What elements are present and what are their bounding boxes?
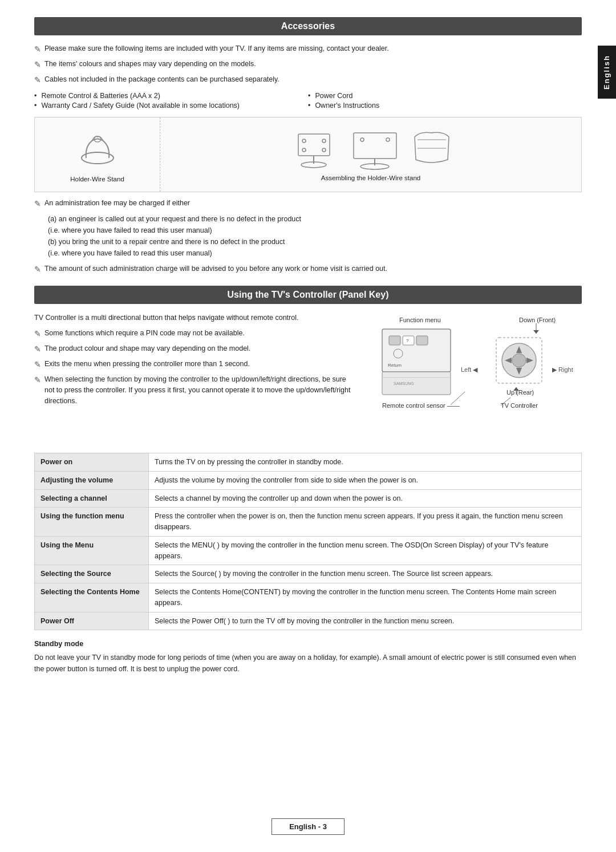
img-right: Assembling the Holder-Wire stand	[160, 117, 581, 192]
standby-section: Standby mode Do not leave your TV in sta…	[34, 638, 582, 675]
table-desc: Selects the Power Off( ) to turn the TV …	[149, 612, 582, 630]
panel-note-4: ✎ When selecting the function by moving …	[34, 374, 354, 406]
img-left: Holder-Wire Stand	[35, 117, 160, 192]
table-desc: Selects the Source( ) by moving the cont…	[149, 565, 582, 583]
table-key: Power on	[35, 453, 149, 472]
accessories-note-2: ✎ The items' colours and shapes may vary…	[34, 59, 582, 71]
panel-key-section: Using the TV's Controller (Panel Key) TV…	[34, 286, 582, 675]
table-desc: Adjusts the volume by moving the control…	[149, 471, 582, 489]
panel-note-icon-3: ✎	[34, 359, 41, 371]
table-row: Selecting the Contents HomeSelects the C…	[35, 583, 582, 612]
panel-note-icon-1: ✎	[34, 328, 41, 340]
panel-text: TV Controller is a multi directional but…	[34, 312, 354, 445]
bullets-right: Power Cord Owner's Instructions	[308, 92, 582, 111]
panel-diagram: Function menu Down (Front) ? Return	[365, 312, 582, 445]
footer: English - 3	[0, 818, 616, 835]
svg-rect-9	[354, 133, 396, 159]
panel-description: TV Controller is a multi directional but…	[34, 312, 354, 323]
table-key: Power Off	[35, 612, 149, 630]
table-desc: Selects a channel by moving the controll…	[149, 489, 582, 508]
admin-sub-1: (a) an engineer is called out at your re…	[48, 213, 582, 225]
svg-text:SAMSUNG: SAMSUNG	[394, 382, 414, 386]
side-tab: English	[598, 46, 616, 99]
svg-point-6	[322, 139, 326, 143]
svg-marker-17	[533, 330, 539, 334]
panel-note-3: ✎ Exits the menu when pressing the contr…	[34, 359, 354, 371]
note-icon-2: ✎	[34, 59, 41, 71]
panel-note-2: ✎ The product colour and shape may vary …	[34, 343, 354, 355]
stand-img-3	[409, 128, 455, 171]
panel-note-icon-2: ✎	[34, 343, 41, 355]
remote-sensor-label: Remote control sensor ——	[382, 402, 460, 409]
accessories-note-3: ✎ Cables not included in the package con…	[34, 74, 582, 86]
img-left-caption: Holder-Wire Stand	[70, 176, 124, 182]
table-row: Using the MenuSelects the MENU( ) by mov…	[35, 536, 582, 565]
table-desc: Selects the MENU( ) by moving the contro…	[149, 536, 582, 565]
admin-sub-2: (i.e. where you have failed to read this…	[48, 225, 582, 236]
admin-note-icon-2: ✎	[34, 263, 41, 275]
svg-text:Return: Return	[388, 363, 402, 368]
table-key: Selecting a channel	[35, 489, 149, 508]
function-menu-label: Function menu	[399, 317, 441, 323]
bullet-item-1: Warranty Card / Safety Guide (Not availa…	[34, 102, 308, 109]
table-desc: Turns the TV on by pressing the controll…	[149, 453, 582, 472]
table-key: Using the function menu	[35, 508, 149, 537]
table-row: Selecting the SourceSelects the Source( …	[35, 565, 582, 583]
table-key: Selecting the Contents Home	[35, 583, 149, 612]
table-desc: Press the controller when the power is o…	[149, 508, 582, 537]
note-icon-3: ✎	[34, 74, 41, 86]
admin-notes: ✎ An administration fee may be charged i…	[34, 198, 582, 259]
panel-content: TV Controller is a multi directional but…	[34, 312, 582, 445]
table-row: Selecting a channelSelects a channel by …	[35, 489, 582, 508]
stand-img-1	[287, 128, 341, 171]
accessories-header: Accessories	[34, 17, 582, 35]
admin-sub-3: (b) you bring the unit to a repair centr…	[48, 236, 582, 248]
up-rear-label: Up (Rear)	[506, 389, 534, 396]
standby-title: Standby mode	[34, 638, 582, 650]
stand-img-2	[348, 128, 402, 171]
table-row: Power onTurns the TV on by pressing the …	[35, 453, 582, 472]
accessories-images: Holder-Wire Stand	[34, 117, 582, 192]
svg-rect-2	[298, 134, 330, 156]
svg-point-7	[302, 148, 306, 152]
left-label: Left ◀	[461, 366, 478, 373]
accessories-section: Accessories ✎ Please make sure the follo…	[34, 17, 582, 275]
table-key: Selecting the Source	[35, 565, 149, 583]
svg-rect-22	[416, 336, 428, 345]
tv-controller-label: TV Controller	[501, 402, 538, 409]
holder-wire-stand-img	[75, 127, 120, 172]
svg-point-30	[512, 354, 526, 367]
controller-diagram-svg: Function menu Down (Front) ? Return	[365, 312, 582, 443]
panel-key-header: Using the TV's Controller (Panel Key)	[34, 286, 582, 304]
accessories-bullets: Remote Control & Batteries (AAA x 2) War…	[34, 92, 582, 111]
table-key: Using the Menu	[35, 536, 149, 565]
svg-rect-25	[382, 372, 451, 395]
standby-text: Do not leave your TV in standby mode for…	[34, 652, 582, 675]
bullets-left: Remote Control & Batteries (AAA x 2) War…	[34, 92, 308, 111]
admin-note-1: ✎ An administration fee may be charged i…	[34, 198, 582, 210]
footer-box: English - 3	[271, 818, 345, 835]
controller-table: Power onTurns the TV on by pressing the …	[34, 453, 582, 630]
panel-note-1: ✎ Some functions which require a PIN cod…	[34, 328, 354, 340]
svg-point-5	[302, 139, 306, 143]
bullet-item-2: Power Cord	[308, 92, 582, 100]
admin-sub-4: (i.e. where you have failed to read this…	[48, 248, 582, 259]
img-right-caption: Assembling the Holder-Wire stand	[321, 175, 421, 181]
svg-rect-19	[389, 336, 400, 345]
admin-note-last: ✎ The amount of such administration char…	[34, 263, 582, 275]
accessories-note-1: ✎ Please make sure the following items a…	[34, 43, 582, 55]
svg-point-23	[394, 349, 403, 358]
down-front-label: Down (Front)	[519, 317, 556, 323]
table-row: Power OffSelects the Power Off( ) to tur…	[35, 612, 582, 630]
table-key: Adjusting the volume	[35, 471, 149, 489]
svg-point-8	[322, 148, 326, 152]
stand-images	[287, 128, 455, 171]
svg-point-12	[360, 138, 364, 141]
table-desc: Selects the Contents Home(CONTENT) by mo…	[149, 583, 582, 612]
right-label: ▶ Right	[552, 366, 573, 373]
admin-note-icon: ✎	[34, 198, 41, 210]
page: English Accessories ✎ Please make sure t…	[0, 0, 616, 852]
note-icon-1: ✎	[34, 43, 41, 55]
svg-point-13	[386, 138, 390, 141]
table-row: Using the function menuPress the control…	[35, 508, 582, 537]
